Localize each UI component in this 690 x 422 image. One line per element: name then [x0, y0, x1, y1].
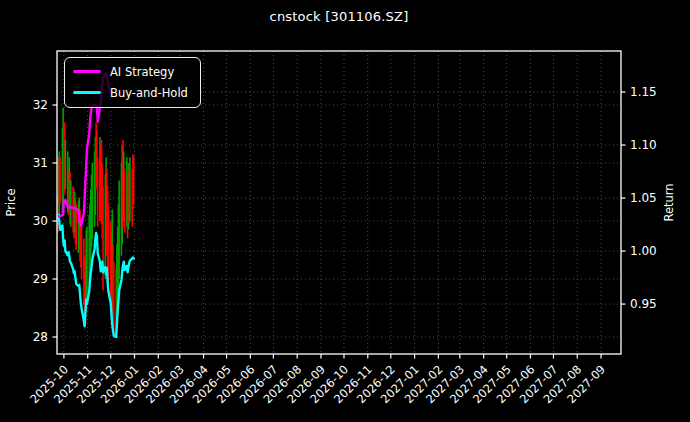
legend: AI Strategy Buy-and-Hold [64, 57, 201, 108]
return-tick-label: 1.00 [630, 244, 657, 258]
price-axis-label: Price [4, 188, 18, 216]
return-tick-label: 1.15 [630, 85, 657, 99]
price-bars [58, 108, 134, 337]
tick-marks [53, 92, 626, 358]
price-tick-label: 30 [33, 214, 48, 228]
price-tick-label: 28 [33, 330, 48, 344]
figure: 2025-102025-112025-122026-012026-022026-… [0, 0, 690, 422]
price-tick-label: 32 [33, 98, 48, 112]
ai-strategy-line-swatch [73, 70, 101, 73]
price-tick-label: 31 [33, 156, 48, 170]
chart-title: cnstock [301106.SZ] [57, 9, 621, 24]
return-axis-label: Return [662, 183, 676, 221]
buy-and-hold-line-swatch [73, 91, 101, 94]
legend-item-ai-strategy: AI Strategy [73, 62, 188, 81]
return-tick-label: 1.10 [630, 138, 657, 152]
return-tick-label: 0.95 [630, 297, 657, 311]
legend-label: Buy-and-Hold [110, 86, 188, 100]
price-tick-label: 29 [33, 272, 48, 286]
return-tick-label: 1.05 [630, 191, 657, 205]
legend-item-buy-and-hold: Buy-and-Hold [73, 83, 188, 102]
legend-label: AI Strategy [110, 65, 174, 79]
